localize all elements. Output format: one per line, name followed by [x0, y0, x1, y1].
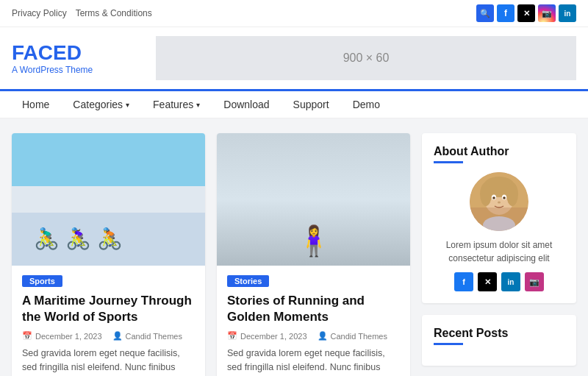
calendar-icon: 📅: [227, 331, 237, 341]
article-body: Stories Stories of Running and Golden Mo…: [217, 266, 410, 376]
privacy-policy-link[interactable]: Privacy Policy: [12, 8, 67, 18]
top-bar-links: Privacy Policy Terms & Conditions: [12, 8, 152, 18]
chevron-down-icon: ▾: [196, 101, 200, 109]
article-body: Sports A Maritime Journey Through the Wo…: [12, 266, 205, 376]
linkedin-icon[interactable]: in: [559, 4, 576, 22]
article-meta: 📅 December 1, 2023 👤 Candid Themes: [227, 331, 400, 341]
chevron-down-icon: ▾: [126, 101, 129, 109]
article-tag[interactable]: Stories: [227, 275, 269, 287]
logo[interactable]: FACED A WordPress Theme: [12, 41, 144, 75]
article-tag[interactable]: Sports: [22, 275, 62, 287]
instagram-icon[interactable]: 📷: [538, 4, 556, 22]
linkedin-social-icon[interactable]: in: [501, 272, 520, 291]
svg-point-8: [503, 196, 506, 199]
article-image: [217, 133, 410, 266]
recent-posts-widget: Recent Posts: [422, 315, 576, 366]
instagram-social-icon[interactable]: 📷: [525, 272, 544, 291]
article-meta: 📅 December 1, 2023 👤 Candid Themes: [22, 331, 195, 341]
nav-home[interactable]: Home: [12, 91, 60, 118]
article-author: 👤 Candid Themes: [318, 331, 387, 341]
top-bar-icons: 🔍 f ✕ 📷 in: [476, 4, 576, 22]
article-excerpt: Sed gravida lorem eget neque facilisis, …: [227, 347, 400, 376]
article-card: Stories Stories of Running and Golden Mo…: [217, 133, 410, 376]
about-author-widget: About Author: [422, 133, 576, 303]
nav-demo[interactable]: Demo: [343, 91, 390, 118]
svg-point-4: [506, 182, 518, 206]
article-card: Sports A Maritime Journey Through the Wo…: [12, 133, 205, 376]
top-bar: Privacy Policy Terms & Conditions 🔍 f ✕ …: [0, 0, 588, 27]
user-icon: 👤: [112, 331, 123, 341]
logo-title: FACED: [12, 41, 144, 65]
search-icon[interactable]: 🔍: [476, 4, 494, 22]
terms-link[interactable]: Terms & Conditions: [76, 8, 152, 18]
recent-posts-title: Recent Posts: [434, 327, 564, 340]
nav-support[interactable]: Support: [283, 91, 340, 118]
article-title: A Maritime Journey Through the World of …: [22, 293, 195, 325]
widget-title-bar: [434, 343, 463, 345]
user-icon: 👤: [318, 331, 328, 341]
article-author: 👤 Candid Themes: [112, 331, 182, 341]
main-content: Sports A Maritime Journey Through the Wo…: [0, 118, 588, 376]
widget-title: About Author: [434, 145, 564, 158]
calendar-icon: 📅: [22, 331, 32, 341]
sidebar: About Author: [422, 133, 576, 376]
article-image: [12, 133, 205, 266]
svg-point-3: [480, 182, 492, 206]
nav-features[interactable]: Features ▾: [143, 91, 210, 118]
svg-point-9: [498, 202, 501, 204]
articles-area: Sports A Maritime Journey Through the Wo…: [12, 133, 410, 376]
ad-banner: 900 × 60: [156, 36, 576, 80]
facebook-social-icon[interactable]: f: [454, 272, 473, 291]
svg-point-10: [483, 216, 515, 231]
author-bio: Lorem ipsum dolor sit amet consectetur a…: [434, 238, 564, 265]
nav-download[interactable]: Download: [213, 91, 279, 118]
social-icons: f ✕ in 📷: [434, 272, 564, 291]
article-excerpt: Sed gravida lorem eget neque facilisis, …: [22, 347, 195, 376]
twitter-x-social-icon[interactable]: ✕: [478, 272, 497, 291]
article-date: 📅 December 1, 2023: [22, 331, 102, 341]
logo-subtitle: A WordPress Theme: [12, 65, 144, 75]
article-title: Stories of Running and Golden Moments: [227, 293, 400, 325]
main-nav: Home Categories ▾ Features ▾ Download Su…: [0, 91, 588, 118]
facebook-icon[interactable]: f: [497, 4, 514, 22]
widget-title-bar: [434, 161, 463, 163]
header: FACED A WordPress Theme 900 × 60: [0, 27, 588, 91]
author-avatar: [470, 172, 528, 231]
article-date: 📅 December 1, 2023: [227, 331, 307, 341]
twitter-x-icon[interactable]: ✕: [517, 4, 535, 22]
svg-point-7: [492, 196, 495, 199]
nav-categories[interactable]: Categories ▾: [62, 91, 140, 118]
